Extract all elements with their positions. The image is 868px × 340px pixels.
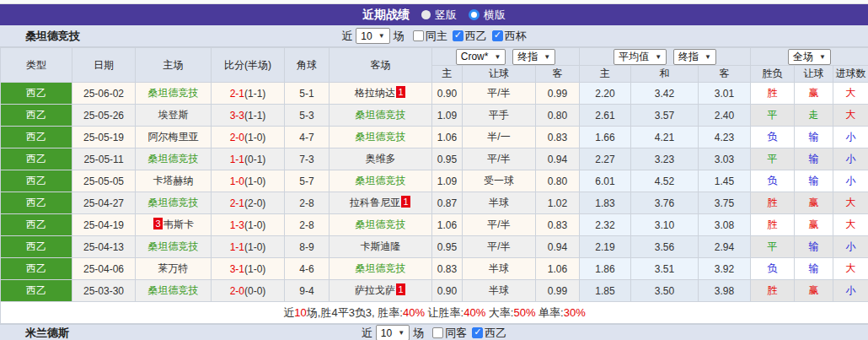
checkbox-label[interactable]: 西乙 bbox=[485, 327, 506, 339]
filter-checkboxes: 同客西乙 bbox=[427, 326, 506, 340]
score-cell: 2-0(1-0) bbox=[212, 127, 285, 148]
rank-badge: 1 bbox=[401, 196, 410, 208]
avg-home: 2.61 bbox=[580, 105, 631, 127]
radio-unselected-icon[interactable] bbox=[421, 10, 431, 19]
home-team-cell[interactable]: 桑坦德竞技 bbox=[136, 192, 212, 214]
team-link[interactable]: 桑坦德竞技 bbox=[148, 87, 199, 99]
odds-handicap: 平手 bbox=[463, 105, 536, 127]
bookmaker-select[interactable]: Crow* ▼ bbox=[456, 49, 506, 65]
team-link[interactable]: 卡斯迪隆 bbox=[361, 240, 401, 252]
odds-away: 0.83 bbox=[536, 214, 580, 236]
team-link[interactable]: 桑坦德竞技 bbox=[148, 153, 199, 165]
radio-selected-icon[interactable] bbox=[469, 9, 480, 20]
corner-score: 2-8 bbox=[285, 214, 330, 236]
avg-draw: 3.57 bbox=[631, 105, 699, 127]
team-link[interactable]: 桑坦德竞技 bbox=[148, 197, 199, 208]
team-link[interactable]: 桑坦德竞技 bbox=[356, 219, 406, 230]
result-handicap: 赢 bbox=[795, 214, 833, 236]
result-handicap: 输 bbox=[795, 170, 833, 192]
avg-home: 2.19 bbox=[580, 236, 631, 258]
home-team-cell[interactable]: 桑坦德竞技 bbox=[136, 236, 212, 258]
home-team-cell[interactable]: 莱万特 bbox=[136, 258, 212, 280]
away-team-cell[interactable]: 格拉纳达1 bbox=[330, 83, 432, 105]
home-team-cell[interactable]: 阿尔梅里亚 bbox=[136, 127, 212, 148]
odds-away: 0.80 bbox=[536, 170, 580, 192]
home-team-cell[interactable]: 卡塔赫纳 bbox=[136, 170, 212, 192]
team-link[interactable]: 桑坦德竞技 bbox=[356, 175, 406, 186]
match-row: 西乙25-05-19阿尔梅里亚2-0(1-0)4-7桑坦德竞技1.06半/一0.… bbox=[1, 127, 868, 148]
team-link[interactable]: 桑坦德竞技 bbox=[356, 109, 406, 121]
checkbox-checked-icon[interactable] bbox=[492, 30, 503, 41]
average-select[interactable]: 平均值 ▼ bbox=[613, 49, 667, 65]
team-link[interactable]: 拉科鲁尼亚 bbox=[350, 197, 400, 208]
team-link[interactable]: 奥维多 bbox=[366, 153, 396, 165]
team-link[interactable]: 萨拉戈萨 bbox=[355, 284, 395, 296]
team-link[interactable]: 韦斯卡 bbox=[163, 219, 194, 230]
team-link[interactable]: 桑坦德竞技 bbox=[356, 262, 406, 274]
layout-radio-vertical[interactable]: 竖版 bbox=[421, 8, 457, 23]
odds-handicap: 半球 bbox=[463, 280, 536, 302]
match-date: 25-05-11 bbox=[72, 148, 136, 170]
avg-away: 3.92 bbox=[699, 258, 751, 280]
match-row: 西乙25-06-02桑坦德竞技2-1(1-1)5-1格拉纳达10.90平/半0.… bbox=[1, 83, 868, 105]
home-team-cell[interactable]: 桑坦德竞技 bbox=[136, 280, 212, 302]
checkbox-label[interactable]: 同客 bbox=[445, 327, 467, 339]
away-team-cell[interactable]: 萨拉戈萨1 bbox=[330, 280, 432, 302]
checkbox-label[interactable]: 同主 bbox=[426, 30, 447, 42]
away-team-cell[interactable]: 桑坦德竞技 bbox=[330, 105, 432, 127]
away-team-cell[interactable]: 桑坦德竞技 bbox=[330, 214, 432, 236]
odds-home: 0.83 bbox=[432, 258, 463, 280]
layout-radio-horizontal[interactable]: 横版 bbox=[469, 8, 506, 23]
home-team-cell[interactable]: 桑坦德竞技 bbox=[136, 148, 212, 170]
checkbox-unchecked-icon[interactable] bbox=[413, 30, 424, 41]
home-team-cell[interactable]: 3韦斯卡 bbox=[136, 214, 212, 236]
match-row: 西乙25-04-193韦斯卡1-3(1-0)2-8桑坦德竞技1.06平/半0.8… bbox=[1, 214, 868, 236]
match-date: 25-04-27 bbox=[72, 192, 136, 214]
checkbox-unchecked-icon[interactable] bbox=[432, 327, 443, 338]
away-team-cell[interactable]: 桑坦德竞技 bbox=[330, 170, 432, 192]
odds-away: 0.99 bbox=[536, 83, 580, 105]
away-team-cell[interactable]: 拉科鲁尼亚1 bbox=[330, 192, 432, 214]
recent-results-panel: 近期战绩 竖版 横版 桑坦德竞技 近 10 ▼ 场 同主西乙西杯 bbox=[0, 0, 868, 340]
away-team-cell[interactable]: 奥维多 bbox=[330, 148, 432, 170]
radio-vertical-label: 竖版 bbox=[435, 8, 457, 23]
avg-home: 1.83 bbox=[580, 192, 631, 214]
chevron-down-icon: ▼ bbox=[398, 329, 405, 337]
checkbox-label[interactable]: 西乙 bbox=[465, 30, 487, 42]
result-wdl: 胜 bbox=[751, 83, 795, 105]
home-team-cell[interactable]: 埃登斯 bbox=[136, 105, 212, 127]
near-label: 近 bbox=[341, 29, 352, 44]
checkbox-checked-icon[interactable] bbox=[472, 327, 483, 338]
full-match-group-header: 全场 ▼ bbox=[751, 48, 868, 66]
half-time-score: (1-0) bbox=[244, 132, 265, 143]
team-link[interactable]: 格拉纳达 bbox=[355, 87, 395, 99]
odds-away: 0.94 bbox=[536, 236, 580, 258]
chevron-down-icon: ▼ bbox=[378, 32, 385, 40]
score-cell: 3-1(1-0) bbox=[212, 258, 285, 280]
team-link[interactable]: 卡塔赫纳 bbox=[153, 175, 194, 186]
checkbox-label[interactable]: 西杯 bbox=[505, 30, 527, 42]
team-link[interactable]: 桑坦德竞技 bbox=[148, 284, 199, 296]
league-badge: 西乙 bbox=[1, 127, 72, 148]
home-team-cell[interactable]: 桑坦德竞技 bbox=[136, 83, 212, 105]
match-count-select[interactable]: 10 ▼ bbox=[356, 28, 389, 44]
away-team-cell[interactable]: 卡斯迪隆 bbox=[330, 236, 432, 258]
full-time-score: 2-0 bbox=[230, 132, 244, 143]
match-count-select[interactable]: 10 ▼ bbox=[376, 325, 410, 340]
away-team-cell[interactable]: 桑坦德竞技 bbox=[330, 258, 432, 280]
team-link[interactable]: 阿尔梅里亚 bbox=[148, 131, 199, 143]
checkbox-checked-icon[interactable] bbox=[453, 30, 463, 41]
team-link[interactable]: 莱万特 bbox=[158, 262, 189, 274]
team-link[interactable]: 埃登斯 bbox=[158, 109, 189, 121]
team-link[interactable]: 桑坦德竞技 bbox=[356, 131, 406, 143]
result-wdl: 胜 bbox=[751, 192, 795, 214]
summary-segment: 30% bbox=[564, 306, 586, 319]
score-cell: 1-3(1-0) bbox=[212, 214, 285, 236]
bookmaker-stage-select[interactable]: 终指 ▼ bbox=[512, 49, 555, 65]
away-team-cell[interactable]: 桑坦德竞技 bbox=[330, 127, 432, 148]
full-match-select[interactable]: 全场 ▼ bbox=[788, 49, 831, 65]
team-link[interactable]: 桑坦德竞技 bbox=[148, 240, 199, 252]
bookmaker-select-value: Crow* bbox=[461, 51, 489, 62]
summary-segment: 大率: bbox=[485, 306, 513, 319]
average-stage-select[interactable]: 终指 ▼ bbox=[673, 49, 716, 65]
